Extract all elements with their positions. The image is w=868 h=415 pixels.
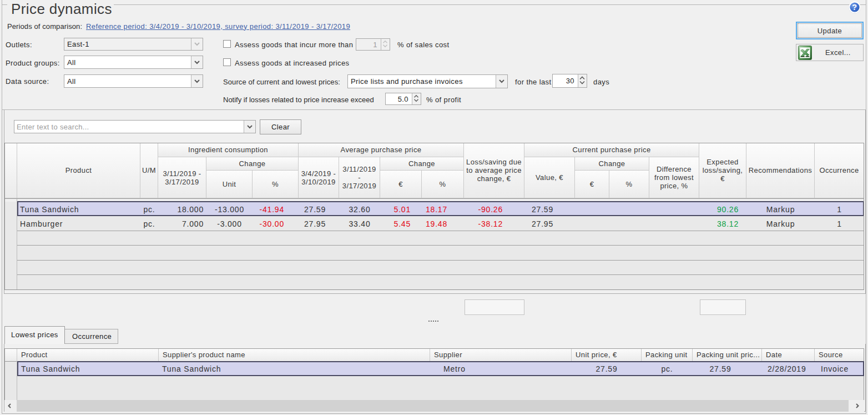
svg-text:?: ? bbox=[852, 3, 857, 12]
